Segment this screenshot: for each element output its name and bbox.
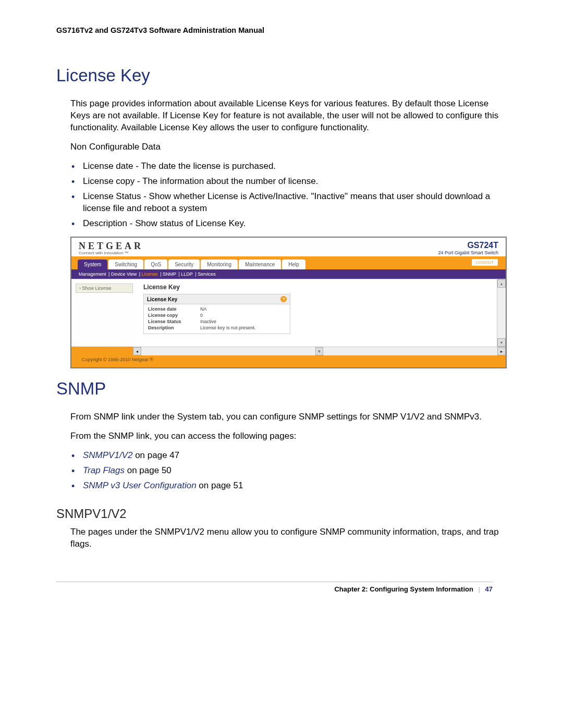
snmp-para1: From SNMP link under the System tab, you… <box>70 411 507 423</box>
scroll-down-icon[interactable]: ▾ <box>497 338 506 347</box>
vertical-scrollbar[interactable]: ▴ ▾ <box>497 279 506 347</box>
snmp-para2: From the SNMP link, you can access the f… <box>70 430 507 442</box>
tab-monitoring[interactable]: Monitoring <box>201 260 238 269</box>
submenu-license[interactable]: License <box>142 272 158 277</box>
tab-qos[interactable]: QoS <box>144 260 167 269</box>
row-license-status-label: License Status <box>148 319 200 324</box>
snmpv1v2-para: The pages under the SNMPV1/V2 menu allow… <box>70 526 507 550</box>
subsection-title-snmpv1v2: SNMPV1/V2 <box>56 507 507 521</box>
tab-help[interactable]: Help <box>282 260 305 269</box>
snmp-links-list: SNMPV1/V2 on page 47 Trap Flags on page … <box>70 450 507 492</box>
row-license-copy-value: 0 <box>200 313 286 318</box>
link-snmpv3-user-config[interactable]: SNMP v3 User Configuration <box>83 480 197 490</box>
submenu-device-view[interactable]: Device View <box>111 272 137 277</box>
screenshot-copyright: Copyright © 1996-2010 Netgear ® <box>71 355 506 367</box>
panel-main-title: License Key <box>143 283 491 291</box>
license-key-intro: This page provides information about ava… <box>70 98 507 134</box>
submenu-bar: Management | Device View | License | SNM… <box>71 269 506 279</box>
scroll-left-icon[interactable]: ◂ <box>133 347 141 355</box>
panel-header-label: License Key <box>147 297 177 302</box>
link-trap-flags[interactable]: Trap Flags <box>83 465 125 475</box>
submenu-services[interactable]: Services <box>198 272 216 277</box>
bullet-license-date: License date - The date the license is p… <box>70 161 507 172</box>
row-description-value: License key is not present. <box>200 325 286 330</box>
submenu-snmp[interactable]: SNMP <box>163 272 176 277</box>
help-icon[interactable]: ? <box>280 296 287 302</box>
submenu-management[interactable]: Management <box>79 272 106 277</box>
nonconfig-label: Non Configurable Data <box>70 141 507 153</box>
row-license-status-value: Inactive <box>200 319 286 324</box>
snmp-link-v3user: SNMP v3 User Configuration on page 51 <box>70 480 507 492</box>
scroll-thumb[interactable]: ≡ <box>315 347 323 355</box>
device-model: GS724T <box>467 241 498 250</box>
tab-security[interactable]: Security <box>168 260 200 269</box>
row-license-copy-label: License copy <box>148 313 200 318</box>
doc-header: GS716Tv2 and GS724Tv3 Software Administr… <box>56 26 507 34</box>
bullet-description: Description - Show status of License Key… <box>70 218 507 230</box>
footer-chapter: Chapter 2: Configuring System Informatio… <box>334 585 473 593</box>
page-footer: Chapter 2: Configuring System Informatio… <box>56 582 493 593</box>
row-description-label: Description <box>148 325 200 330</box>
sidebar-show-license[interactable]: › Show License <box>76 283 133 293</box>
logout-button[interactable]: LOGOUT <box>471 258 498 266</box>
section-title-snmp: SNMP <box>56 379 507 399</box>
row-license-date-label: License date <box>148 306 200 312</box>
tab-system[interactable]: System <box>78 260 107 269</box>
horizontal-scrollbar[interactable]: ◂ ≡ ▸ <box>133 347 506 355</box>
tab-maintenance[interactable]: Maintenance <box>239 260 281 269</box>
snmp-link-trapflags: Trap Flags on page 50 <box>70 465 507 477</box>
scroll-up-icon[interactable]: ▴ <box>497 279 506 288</box>
snmp-link-v1v2: SNMPV1/V2 on page 47 <box>70 450 507 462</box>
brand-logo: NETGEAR <box>79 241 143 251</box>
page-number: 47 <box>485 585 493 593</box>
section-title-license-key: License Key <box>56 66 507 85</box>
embedded-screenshot: NETGEAR Connect with Innovation ™ GS724T… <box>70 237 507 368</box>
link-snmpv1v2[interactable]: SNMPV1/V2 <box>83 450 132 460</box>
license-bullet-list: License date - The date the license is p… <box>70 161 507 230</box>
row-license-date-value: NA <box>200 306 286 312</box>
scroll-right-icon[interactable]: ▸ <box>497 347 506 355</box>
brand-tagline: Connect with Innovation ™ <box>79 251 143 255</box>
submenu-lldp[interactable]: LLDP <box>181 272 193 277</box>
bullet-license-status: License Status - Show whether License is… <box>70 191 507 215</box>
tab-switching[interactable]: Switching <box>108 260 143 269</box>
bullet-license-copy: License copy - The information about the… <box>70 176 507 188</box>
device-model-sub: 24 Port Gigabit Smart Switch <box>438 250 498 255</box>
